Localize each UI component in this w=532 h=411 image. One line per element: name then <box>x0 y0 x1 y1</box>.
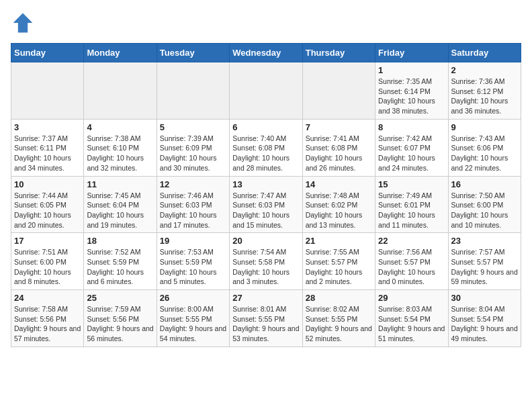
calendar-body: 1Sunrise: 7:35 AM Sunset: 6:14 PM Daylig… <box>11 62 521 347</box>
logo <box>11 11 38 35</box>
day-cell: 17Sunrise: 7:51 AM Sunset: 6:00 PM Dayli… <box>11 233 84 290</box>
day-cell: 14Sunrise: 7:48 AM Sunset: 6:02 PM Dayli… <box>302 176 375 233</box>
day-cell: 21Sunrise: 7:55 AM Sunset: 5:57 PM Dayli… <box>302 233 375 290</box>
day-number: 28 <box>306 293 372 303</box>
week-row-2: 3Sunrise: 7:37 AM Sunset: 6:11 PM Daylig… <box>11 119 521 176</box>
day-info: Sunrise: 7:43 AM Sunset: 6:06 PM Dayligh… <box>451 134 518 173</box>
day-info: Sunrise: 7:42 AM Sunset: 6:07 PM Dayligh… <box>378 134 445 173</box>
day-info: Sunrise: 7:45 AM Sunset: 6:04 PM Dayligh… <box>87 191 153 230</box>
week-row-1: 1Sunrise: 7:35 AM Sunset: 6:14 PM Daylig… <box>11 62 521 120</box>
week-row-3: 10Sunrise: 7:44 AM Sunset: 6:05 PM Dayli… <box>11 176 521 233</box>
day-cell: 10Sunrise: 7:44 AM Sunset: 6:05 PM Dayli… <box>11 176 84 233</box>
day-number: 2 <box>451 65 518 75</box>
day-cell: 16Sunrise: 7:50 AM Sunset: 6:00 PM Dayli… <box>448 176 521 233</box>
day-number: 22 <box>378 236 445 246</box>
header-cell-tuesday: Tuesday <box>157 44 229 62</box>
day-info: Sunrise: 7:36 AM Sunset: 6:12 PM Dayligh… <box>451 77 518 116</box>
day-cell: 1Sunrise: 7:35 AM Sunset: 6:14 PM Daylig… <box>375 62 448 120</box>
day-info: Sunrise: 7:46 AM Sunset: 6:03 PM Dayligh… <box>160 191 226 230</box>
day-number: 8 <box>378 122 445 132</box>
week-row-4: 17Sunrise: 7:51 AM Sunset: 6:00 PM Dayli… <box>11 233 521 290</box>
day-number: 9 <box>451 122 518 132</box>
day-info: Sunrise: 7:59 AM Sunset: 5:56 PM Dayligh… <box>87 304 153 344</box>
calendar-header: SundayMondayTuesdayWednesdayThursdayFrid… <box>11 44 521 62</box>
day-info: Sunrise: 7:53 AM Sunset: 5:59 PM Dayligh… <box>160 247 226 287</box>
day-info: Sunrise: 8:02 AM Sunset: 5:55 PM Dayligh… <box>306 304 372 344</box>
day-number: 1 <box>378 65 445 75</box>
day-info: Sunrise: 7:50 AM Sunset: 6:00 PM Dayligh… <box>451 191 518 230</box>
day-number: 6 <box>232 122 299 132</box>
header-cell-sunday: Sunday <box>11 44 84 62</box>
day-cell: 2Sunrise: 7:36 AM Sunset: 6:12 PM Daylig… <box>448 62 521 120</box>
day-cell: 20Sunrise: 7:54 AM Sunset: 5:58 PM Dayli… <box>230 233 302 290</box>
day-info: Sunrise: 7:44 AM Sunset: 6:05 PM Dayligh… <box>14 191 81 230</box>
day-info: Sunrise: 8:03 AM Sunset: 5:54 PM Dayligh… <box>378 304 445 344</box>
day-cell: 19Sunrise: 7:53 AM Sunset: 5:59 PM Dayli… <box>157 233 229 290</box>
header-cell-thursday: Thursday <box>302 44 375 62</box>
day-info: Sunrise: 7:35 AM Sunset: 6:14 PM Dayligh… <box>378 77 445 116</box>
day-cell: 15Sunrise: 7:49 AM Sunset: 6:01 PM Dayli… <box>375 176 448 233</box>
day-cell: 8Sunrise: 7:42 AM Sunset: 6:07 PM Daylig… <box>375 119 448 176</box>
day-cell <box>11 62 84 120</box>
day-cell: 24Sunrise: 7:58 AM Sunset: 5:56 PM Dayli… <box>11 290 84 347</box>
day-number: 14 <box>306 179 372 189</box>
day-cell: 30Sunrise: 8:04 AM Sunset: 5:54 PM Dayli… <box>448 290 521 347</box>
day-info: Sunrise: 7:41 AM Sunset: 6:08 PM Dayligh… <box>306 134 372 173</box>
day-cell <box>230 62 302 120</box>
day-info: Sunrise: 7:55 AM Sunset: 5:57 PM Dayligh… <box>306 247 372 287</box>
day-cell <box>302 62 375 120</box>
day-cell <box>84 62 157 120</box>
day-number: 26 <box>160 293 226 303</box>
day-number: 21 <box>306 236 372 246</box>
day-cell: 6Sunrise: 7:40 AM Sunset: 6:08 PM Daylig… <box>230 119 302 176</box>
day-info: Sunrise: 7:48 AM Sunset: 6:02 PM Dayligh… <box>306 191 372 230</box>
day-info: Sunrise: 7:58 AM Sunset: 5:56 PM Dayligh… <box>14 304 81 344</box>
day-number: 20 <box>232 236 299 246</box>
day-cell: 28Sunrise: 8:02 AM Sunset: 5:55 PM Dayli… <box>302 290 375 347</box>
day-info: Sunrise: 7:51 AM Sunset: 6:00 PM Dayligh… <box>14 247 81 287</box>
day-cell: 29Sunrise: 8:03 AM Sunset: 5:54 PM Dayli… <box>375 290 448 347</box>
day-info: Sunrise: 7:38 AM Sunset: 6:10 PM Dayligh… <box>87 134 153 173</box>
day-number: 3 <box>14 122 81 132</box>
day-info: Sunrise: 7:40 AM Sunset: 6:08 PM Dayligh… <box>232 134 299 173</box>
day-cell: 11Sunrise: 7:45 AM Sunset: 6:04 PM Dayli… <box>84 176 157 233</box>
day-cell <box>157 62 229 120</box>
page-header <box>11 11 521 35</box>
day-info: Sunrise: 7:47 AM Sunset: 6:03 PM Dayligh… <box>232 191 299 230</box>
header-row: SundayMondayTuesdayWednesdayThursdayFrid… <box>11 44 521 62</box>
header-cell-saturday: Saturday <box>448 44 521 62</box>
day-cell: 26Sunrise: 8:00 AM Sunset: 5:55 PM Dayli… <box>157 290 229 347</box>
day-number: 15 <box>378 179 445 189</box>
day-info: Sunrise: 7:39 AM Sunset: 6:09 PM Dayligh… <box>160 134 226 173</box>
week-row-5: 24Sunrise: 7:58 AM Sunset: 5:56 PM Dayli… <box>11 290 521 347</box>
header-cell-monday: Monday <box>84 44 157 62</box>
day-cell: 22Sunrise: 7:56 AM Sunset: 5:57 PM Dayli… <box>375 233 448 290</box>
day-info: Sunrise: 8:01 AM Sunset: 5:55 PM Dayligh… <box>232 304 299 344</box>
day-cell: 5Sunrise: 7:39 AM Sunset: 6:09 PM Daylig… <box>157 119 229 176</box>
header-cell-friday: Friday <box>375 44 448 62</box>
day-number: 4 <box>87 122 153 132</box>
day-info: Sunrise: 7:56 AM Sunset: 5:57 PM Dayligh… <box>378 247 445 287</box>
day-cell: 4Sunrise: 7:38 AM Sunset: 6:10 PM Daylig… <box>84 119 157 176</box>
day-cell: 12Sunrise: 7:46 AM Sunset: 6:03 PM Dayli… <box>157 176 229 233</box>
header-cell-wednesday: Wednesday <box>230 44 302 62</box>
day-cell: 9Sunrise: 7:43 AM Sunset: 6:06 PM Daylig… <box>448 119 521 176</box>
day-cell: 18Sunrise: 7:52 AM Sunset: 5:59 PM Dayli… <box>84 233 157 290</box>
day-number: 19 <box>160 236 226 246</box>
svg-marker-0 <box>13 13 33 33</box>
day-info: Sunrise: 8:00 AM Sunset: 5:55 PM Dayligh… <box>160 304 226 344</box>
day-info: Sunrise: 8:04 AM Sunset: 5:54 PM Dayligh… <box>451 304 518 344</box>
day-info: Sunrise: 7:54 AM Sunset: 5:58 PM Dayligh… <box>232 247 299 287</box>
day-number: 12 <box>160 179 226 189</box>
day-info: Sunrise: 7:37 AM Sunset: 6:11 PM Dayligh… <box>14 134 81 173</box>
day-info: Sunrise: 7:52 AM Sunset: 5:59 PM Dayligh… <box>87 247 153 287</box>
day-cell: 3Sunrise: 7:37 AM Sunset: 6:11 PM Daylig… <box>11 119 84 176</box>
day-number: 25 <box>87 293 153 303</box>
day-number: 18 <box>87 236 153 246</box>
logo-icon <box>11 11 35 35</box>
day-number: 23 <box>451 236 518 246</box>
day-cell: 7Sunrise: 7:41 AM Sunset: 6:08 PM Daylig… <box>302 119 375 176</box>
day-number: 30 <box>451 293 518 303</box>
day-number: 29 <box>378 293 445 303</box>
day-cell: 23Sunrise: 7:57 AM Sunset: 5:57 PM Dayli… <box>448 233 521 290</box>
